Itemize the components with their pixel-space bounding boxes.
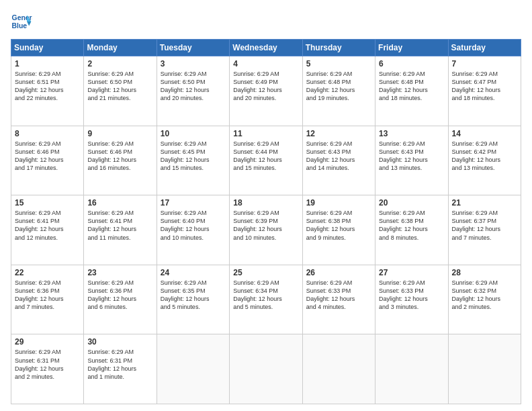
table-row: 21Sunrise: 6:29 AM Sunset: 6:37 PM Dayli…	[448, 195, 521, 265]
table-row: 27Sunrise: 6:29 AM Sunset: 6:33 PM Dayli…	[375, 265, 448, 334]
cell-details: Sunrise: 6:29 AM Sunset: 6:40 PM Dayligh…	[161, 209, 226, 242]
day-number: 24	[161, 268, 226, 277]
cell-details: Sunrise: 6:29 AM Sunset: 6:41 PM Dayligh…	[15, 209, 80, 242]
table-row: 13Sunrise: 6:29 AM Sunset: 6:43 PM Dayli…	[375, 126, 448, 195]
table-row: 20Sunrise: 6:29 AM Sunset: 6:38 PM Dayli…	[375, 195, 448, 265]
day-number: 14	[452, 129, 517, 138]
col-saturday: Saturday	[448, 40, 521, 56]
day-number: 25	[233, 268, 298, 277]
cell-details: Sunrise: 6:29 AM Sunset: 6:51 PM Dayligh…	[15, 70, 80, 103]
svg-text:Blue: Blue	[12, 22, 28, 30]
day-number: 10	[161, 129, 226, 138]
table-row	[302, 334, 375, 404]
cell-details: Sunrise: 6:29 AM Sunset: 6:38 PM Dayligh…	[306, 209, 371, 242]
table-row: 6Sunrise: 6:29 AM Sunset: 6:48 PM Daylig…	[375, 56, 448, 126]
calendar-row: 15Sunrise: 6:29 AM Sunset: 6:41 PM Dayli…	[11, 195, 521, 265]
logo: General Blue	[11, 11, 35, 32]
cell-details: Sunrise: 6:29 AM Sunset: 6:45 PM Dayligh…	[161, 140, 226, 173]
day-number: 13	[379, 129, 444, 138]
day-number: 1	[15, 59, 80, 68]
table-row	[230, 334, 302, 404]
cell-details: Sunrise: 6:29 AM Sunset: 6:42 PM Dayligh…	[452, 140, 517, 173]
day-number: 2	[87, 59, 152, 68]
table-row: 14Sunrise: 6:29 AM Sunset: 6:42 PM Dayli…	[448, 126, 521, 195]
cell-details: Sunrise: 6:29 AM Sunset: 6:46 PM Dayligh…	[15, 140, 80, 173]
col-tuesday: Tuesday	[157, 40, 229, 56]
day-number: 26	[306, 268, 371, 277]
cell-details: Sunrise: 6:29 AM Sunset: 6:33 PM Dayligh…	[379, 279, 444, 312]
cell-details: Sunrise: 6:29 AM Sunset: 6:36 PM Dayligh…	[15, 279, 80, 312]
table-row: 30Sunrise: 6:29 AM Sunset: 6:31 PM Dayli…	[84, 334, 157, 404]
calendar-row: 1Sunrise: 6:29 AM Sunset: 6:51 PM Daylig…	[11, 56, 521, 126]
day-number: 27	[379, 268, 444, 277]
cell-details: Sunrise: 6:29 AM Sunset: 6:38 PM Dayligh…	[379, 209, 444, 242]
table-row: 8Sunrise: 6:29 AM Sunset: 6:46 PM Daylig…	[11, 126, 84, 195]
day-number: 17	[161, 198, 226, 208]
col-monday: Monday	[84, 40, 157, 56]
table-row: 25Sunrise: 6:29 AM Sunset: 6:34 PM Dayli…	[230, 265, 302, 334]
col-wednesday: Wednesday	[230, 40, 302, 56]
cell-details: Sunrise: 6:29 AM Sunset: 6:47 PM Dayligh…	[452, 70, 517, 103]
table-row: 7Sunrise: 6:29 AM Sunset: 6:47 PM Daylig…	[448, 56, 521, 126]
cell-details: Sunrise: 6:29 AM Sunset: 6:50 PM Dayligh…	[87, 70, 152, 103]
cell-details: Sunrise: 6:29 AM Sunset: 6:33 PM Dayligh…	[306, 279, 371, 312]
table-row: 28Sunrise: 6:29 AM Sunset: 6:32 PM Dayli…	[448, 265, 521, 334]
day-number: 23	[87, 268, 152, 277]
cell-details: Sunrise: 6:29 AM Sunset: 6:48 PM Dayligh…	[306, 70, 371, 103]
cell-details: Sunrise: 6:29 AM Sunset: 6:34 PM Dayligh…	[233, 279, 298, 312]
cell-details: Sunrise: 6:29 AM Sunset: 6:43 PM Dayligh…	[379, 140, 444, 173]
header: General Blue	[11, 11, 521, 32]
cell-details: Sunrise: 6:29 AM Sunset: 6:39 PM Dayligh…	[233, 209, 298, 242]
calendar-table: Sunday Monday Tuesday Wednesday Thursday…	[11, 39, 521, 404]
table-row: 3Sunrise: 6:29 AM Sunset: 6:50 PM Daylig…	[157, 56, 229, 126]
col-friday: Friday	[375, 40, 448, 56]
table-row: 18Sunrise: 6:29 AM Sunset: 6:39 PM Dayli…	[230, 195, 302, 265]
table-row: 23Sunrise: 6:29 AM Sunset: 6:36 PM Dayli…	[84, 265, 157, 334]
cell-details: Sunrise: 6:29 AM Sunset: 6:41 PM Dayligh…	[87, 209, 152, 242]
table-row	[448, 334, 521, 404]
svg-marker-3	[27, 21, 31, 26]
cell-details: Sunrise: 6:29 AM Sunset: 6:36 PM Dayligh…	[87, 279, 152, 312]
day-number: 5	[306, 59, 371, 68]
day-number: 19	[306, 198, 371, 208]
cell-details: Sunrise: 6:29 AM Sunset: 6:37 PM Dayligh…	[452, 209, 517, 242]
calendar-row: 8Sunrise: 6:29 AM Sunset: 6:46 PM Daylig…	[11, 126, 521, 195]
day-number: 3	[161, 59, 226, 68]
cell-details: Sunrise: 6:29 AM Sunset: 6:49 PM Dayligh…	[233, 70, 298, 103]
table-row: 11Sunrise: 6:29 AM Sunset: 6:44 PM Dayli…	[230, 126, 302, 195]
day-number: 30	[87, 337, 152, 347]
col-sunday: Sunday	[11, 40, 84, 56]
day-number: 8	[15, 129, 80, 138]
logo-icon: General Blue	[11, 11, 32, 32]
table-row: 9Sunrise: 6:29 AM Sunset: 6:46 PM Daylig…	[84, 126, 157, 195]
table-row: 26Sunrise: 6:29 AM Sunset: 6:33 PM Dayli…	[302, 265, 375, 334]
table-row: 22Sunrise: 6:29 AM Sunset: 6:36 PM Dayli…	[11, 265, 84, 334]
cell-details: Sunrise: 6:29 AM Sunset: 6:43 PM Dayligh…	[306, 140, 371, 173]
table-row: 10Sunrise: 6:29 AM Sunset: 6:45 PM Dayli…	[157, 126, 229, 195]
table-row: 2Sunrise: 6:29 AM Sunset: 6:50 PM Daylig…	[84, 56, 157, 126]
day-number: 16	[87, 198, 152, 208]
day-number: 6	[379, 59, 444, 68]
table-row: 19Sunrise: 6:29 AM Sunset: 6:38 PM Dayli…	[302, 195, 375, 265]
col-thursday: Thursday	[302, 40, 375, 56]
table-row: 5Sunrise: 6:29 AM Sunset: 6:48 PM Daylig…	[302, 56, 375, 126]
table-row: 15Sunrise: 6:29 AM Sunset: 6:41 PM Dayli…	[11, 195, 84, 265]
day-number: 28	[452, 268, 517, 277]
day-number: 20	[379, 198, 444, 208]
table-row: 24Sunrise: 6:29 AM Sunset: 6:35 PM Dayli…	[157, 265, 229, 334]
calendar-row: 29Sunrise: 6:29 AM Sunset: 6:31 PM Dayli…	[11, 334, 521, 404]
cell-details: Sunrise: 6:29 AM Sunset: 6:48 PM Dayligh…	[379, 70, 444, 103]
header-row: Sunday Monday Tuesday Wednesday Thursday…	[11, 40, 521, 56]
day-number: 12	[306, 129, 371, 138]
table-row: 4Sunrise: 6:29 AM Sunset: 6:49 PM Daylig…	[230, 56, 302, 126]
day-number: 15	[15, 198, 80, 208]
day-number: 21	[452, 198, 517, 208]
cell-details: Sunrise: 6:29 AM Sunset: 6:32 PM Dayligh…	[452, 279, 517, 312]
table-row: 17Sunrise: 6:29 AM Sunset: 6:40 PM Dayli…	[157, 195, 229, 265]
table-row: 16Sunrise: 6:29 AM Sunset: 6:41 PM Dayli…	[84, 195, 157, 265]
cell-details: Sunrise: 6:29 AM Sunset: 6:31 PM Dayligh…	[87, 348, 152, 381]
calendar-row: 22Sunrise: 6:29 AM Sunset: 6:36 PM Dayli…	[11, 265, 521, 334]
cell-details: Sunrise: 6:29 AM Sunset: 6:46 PM Dayligh…	[87, 140, 152, 173]
day-number: 9	[87, 129, 152, 138]
day-number: 18	[233, 198, 298, 208]
